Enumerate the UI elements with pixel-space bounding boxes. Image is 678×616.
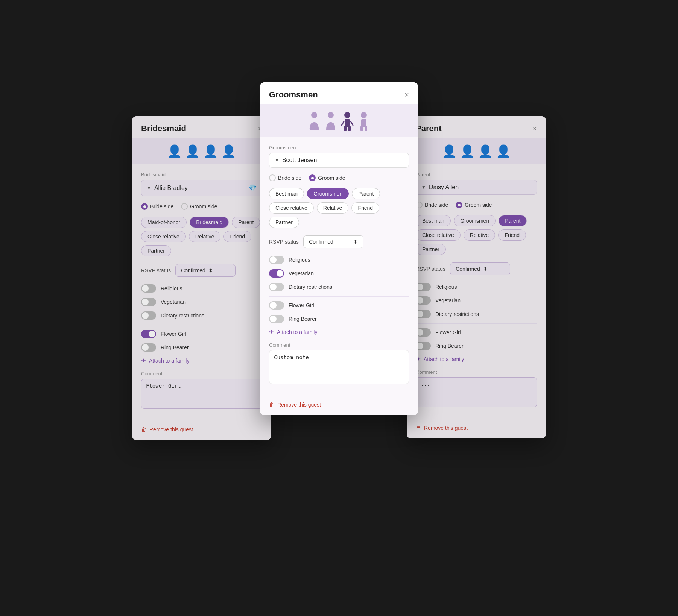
bride-side-option-right[interactable]: Bride side	[416, 202, 448, 208]
remove-guest-right[interactable]: 🗑 Remove this guest	[416, 425, 468, 431]
rsvp-row-front: RSVP status Confirmed ⬍	[269, 235, 409, 248]
svg-point-3	[328, 112, 334, 118]
dietary-toggle-switch-left[interactable]	[141, 311, 156, 320]
rsvp-select-front[interactable]: Confirmed ⬍	[303, 235, 363, 248]
tag-parent-left[interactable]: Parent	[232, 217, 260, 228]
male-icon-2	[357, 112, 370, 131]
person-icon-1: 👤	[167, 144, 182, 158]
religious-toggle-switch-left[interactable]	[141, 284, 156, 293]
close-button-front[interactable]: ×	[404, 91, 409, 99]
dietary-toggle-right: Dietary restrictions	[416, 310, 537, 318]
flower-girl-switch-left[interactable]	[141, 330, 156, 338]
modal-body-front: Groomsmen ▼ Scott Jensen Bride side Groo…	[260, 137, 418, 415]
vegetarian-toggle-switch-right[interactable]	[416, 296, 431, 305]
rsvp-select-left[interactable]: Confirmed ⬍	[175, 264, 236, 277]
flower-girl-switch-front[interactable]	[269, 301, 284, 310]
groom-side-option-right[interactable]: Groom side	[456, 202, 492, 208]
bride-side-option-left[interactable]: Bride side	[141, 203, 173, 210]
ring-bearer-switch-front[interactable]	[269, 315, 284, 323]
groom-radio-left	[181, 203, 188, 210]
rsvp-select-right[interactable]: Confirmed ⬍	[450, 262, 510, 275]
modal-header-left: Bridesmaid ×	[132, 116, 271, 138]
svg-point-4	[344, 112, 350, 118]
ring-bearer-switch-right[interactable]	[416, 342, 431, 350]
svg-point-10	[361, 112, 367, 118]
divider-front	[269, 296, 409, 297]
tags-group-left: Maid-of-honor Bridesmaid Parent Close re…	[141, 217, 262, 256]
tags-group-front: Best man Groomsmen Parent Close relative…	[269, 188, 409, 228]
svg-line-8	[342, 121, 344, 125]
tag-close-relative-front[interactable]: Close relative	[269, 202, 314, 214]
tag-friend-front[interactable]: Friend	[351, 202, 379, 214]
tag-friend-left[interactable]: Friend	[223, 231, 251, 242]
dietary-switch-front[interactable]	[269, 283, 284, 291]
tag-relative-front[interactable]: Relative	[317, 202, 349, 214]
religious-switch-front[interactable]	[269, 256, 284, 264]
tag-friend-right[interactable]: Friend	[498, 229, 526, 241]
person-icon-2: 👤	[185, 144, 200, 158]
attach-family-right[interactable]: ✈ Attach to a family	[416, 355, 537, 363]
vegetarian-toggle-right: Vegetarian	[416, 296, 537, 305]
remove-guest-front[interactable]: 🗑 Remove this guest	[269, 402, 321, 408]
attach-family-front[interactable]: ✈ Attach to a family	[269, 328, 409, 335]
selected-person-front: Scott Jensen	[282, 157, 317, 164]
rsvp-row-left: RSVP status Confirmed ⬍	[141, 264, 262, 277]
dropdown-icon-left: 💎	[248, 184, 257, 192]
svg-rect-13	[365, 126, 367, 131]
tag-groomsmen-right[interactable]: Groomsmen	[454, 215, 496, 226]
tag-partner-right[interactable]: Partner	[416, 244, 446, 255]
comment-box-left[interactable]: Flower Girl	[141, 379, 262, 409]
tag-close-relative-left[interactable]: Close relative	[141, 231, 186, 242]
svg-rect-12	[360, 126, 363, 131]
tag-best-man-front[interactable]: Best man	[269, 188, 304, 199]
svg-rect-7	[348, 126, 351, 131]
tag-groomsmen-front[interactable]: Groomsmen	[307, 188, 349, 199]
comment-box-right[interactable]: ...	[416, 377, 537, 407]
selected-person-right: Daisy Allen	[429, 184, 459, 191]
religious-toggle-right: Religious	[416, 283, 537, 291]
person-dropdown-right[interactable]: ▼ Daisy Allen	[416, 180, 537, 195]
dropdown-arrow-front: ▼	[275, 158, 279, 163]
close-button-right[interactable]: ×	[532, 125, 537, 132]
divider-left	[141, 325, 262, 325]
vegetarian-toggle-switch-left[interactable]	[141, 298, 156, 306]
tag-relative-right[interactable]: Relative	[464, 229, 496, 241]
tag-parent-right[interactable]: Parent	[499, 215, 527, 226]
religious-toggle-switch-right[interactable]	[416, 283, 431, 291]
remove-guest-left[interactable]: 🗑 Remove this guest	[141, 426, 193, 432]
tag-relative-left[interactable]: Relative	[189, 231, 221, 242]
radio-group-right: Bride side Groom side	[416, 202, 537, 208]
icon-row-left: 👤 👤 👤 👤	[132, 138, 271, 164]
attach-family-left[interactable]: ✈ Attach to a family	[141, 357, 262, 364]
comment-box-front[interactable]: Custom note	[269, 350, 409, 384]
tag-close-relative-right[interactable]: Close relative	[416, 229, 461, 241]
field-label-front: Groomsmen	[269, 145, 409, 150]
tag-maid-of-honor[interactable]: Maid-of-honor	[141, 217, 187, 228]
dropdown-arrow-right: ▼	[421, 185, 426, 190]
vegetarian-toggle-left: Vegetarian	[141, 298, 262, 306]
svg-point-0	[311, 112, 317, 118]
modal-header-front: Groomsmen ×	[260, 82, 418, 104]
flower-girl-switch-right[interactable]	[416, 328, 431, 337]
tag-parent-front[interactable]: Parent	[352, 188, 380, 199]
person-dropdown-left[interactable]: ▼ Allie Bradley 💎	[141, 180, 262, 196]
groom-side-option-left[interactable]: Groom side	[181, 203, 217, 210]
attach-icon-left: ✈	[141, 357, 146, 364]
bride-side-option-front[interactable]: Bride side	[269, 174, 301, 181]
flower-girl-toggle-left: Flower Girl	[141, 330, 262, 338]
svg-rect-6	[344, 126, 347, 131]
selected-person-left: Allie Bradley	[154, 185, 188, 191]
tag-partner-front[interactable]: Partner	[269, 217, 299, 228]
radio-group-left: Bride side Groom side	[141, 203, 262, 210]
attach-icon-front: ✈	[269, 328, 274, 335]
tag-bridesmaid[interactable]: Bridesmaid	[190, 217, 229, 228]
religious-toggle-left: Religious	[141, 284, 262, 293]
tag-partner-left[interactable]: Partner	[141, 245, 171, 256]
groom-side-option-front[interactable]: Groom side	[309, 174, 345, 181]
person-dropdown-front[interactable]: ▼ Scott Jensen	[269, 153, 409, 168]
dietary-toggle-switch-right[interactable]	[416, 310, 431, 318]
ring-bearer-switch-left[interactable]	[141, 343, 156, 352]
person-icon-r3: 👤	[478, 144, 493, 158]
tag-best-man-right[interactable]: Best man	[416, 215, 451, 226]
vegetarian-switch-front[interactable]	[269, 269, 284, 278]
